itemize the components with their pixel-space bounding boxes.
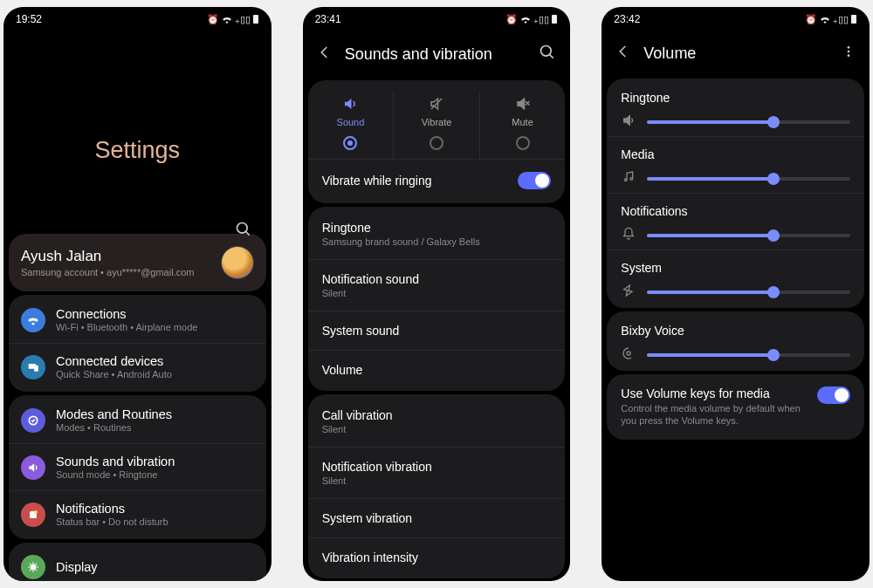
settings-group-2: Modes and Routines Modes • Routines Soun… bbox=[9, 395, 266, 539]
svg-point-21 bbox=[627, 352, 630, 355]
sound-settings-card: Ringtone Samsung brand sound / Galaxy Be… bbox=[308, 207, 566, 391]
sound-mode-row: Sound Vibrate Mute bbox=[308, 82, 566, 159]
bixby-icon bbox=[621, 346, 636, 364]
slider-ringtone[interactable] bbox=[647, 120, 850, 124]
status-time: 23:42 bbox=[614, 13, 640, 25]
radio-icon bbox=[343, 136, 357, 150]
vol-media: Media bbox=[607, 136, 864, 193]
item-sub: Modes • Routines bbox=[56, 422, 172, 433]
item-label: Connections bbox=[56, 307, 197, 321]
row-sub: Silent bbox=[322, 424, 393, 434]
more-button[interactable] bbox=[842, 44, 856, 62]
slider-bixby[interactable] bbox=[647, 353, 850, 357]
search-button[interactable] bbox=[235, 221, 252, 242]
vol-label: Bixby Voice bbox=[621, 324, 850, 338]
routines-icon bbox=[21, 408, 45, 433]
item-sub: Wi-Fi • Bluetooth • Airplane mode bbox=[56, 322, 197, 332]
item-label: Display bbox=[56, 560, 98, 574]
radio-icon bbox=[430, 136, 443, 150]
toggle-on[interactable] bbox=[518, 172, 551, 189]
status-bar: 19:52 ⏰ ₊▯▯ bbox=[3, 7, 272, 28]
row-notification-vibration[interactable]: Notification vibration Silent bbox=[308, 447, 566, 498]
svg-point-17 bbox=[848, 51, 850, 53]
row-system-vibration[interactable]: System vibration bbox=[308, 498, 566, 537]
status-time: 19:52 bbox=[16, 13, 42, 25]
svg-rect-15 bbox=[851, 15, 856, 24]
svg-line-11 bbox=[550, 55, 553, 58]
settings-group-1: Connections Wi-Fi • Bluetooth • Airplane… bbox=[9, 295, 266, 392]
item-display[interactable]: Display bbox=[9, 544, 266, 581]
mode-vibrate[interactable]: Vibrate bbox=[393, 91, 479, 159]
vol-ringtone: Ringtone bbox=[607, 80, 864, 136]
toggle-on[interactable] bbox=[817, 386, 850, 404]
item-sounds-vibration[interactable]: Sounds and vibration Sound mode • Ringto… bbox=[9, 443, 266, 490]
vibrate-icon bbox=[429, 96, 444, 112]
row-vibrate-while-ringing[interactable]: Vibrate while ringing bbox=[308, 159, 566, 202]
row-vibration-intensity[interactable]: Vibration intensity bbox=[308, 537, 566, 577]
mode-label: Mute bbox=[512, 117, 533, 127]
search-button[interactable] bbox=[539, 44, 556, 65]
svg-point-10 bbox=[541, 46, 552, 57]
status-icons: ⏰ ₊▯▯ bbox=[505, 14, 558, 25]
item-connected-devices[interactable]: Connected devices Quick Share • Android … bbox=[9, 343, 266, 390]
item-sub: Quick Share • Android Auto bbox=[56, 369, 172, 379]
svg-point-8 bbox=[31, 564, 36, 570]
settings-group-3: Display bbox=[9, 543, 266, 581]
phone-sounds: 23:41 ⏰ ₊▯▯ Sounds and vibration Sound bbox=[303, 7, 571, 581]
item-notifications[interactable]: Notifications Status bar • Do not distur… bbox=[9, 490, 266, 537]
row-volume-keys-media[interactable]: Use Volume keys for media Control the me… bbox=[607, 376, 864, 438]
vol-label: Media bbox=[621, 147, 850, 161]
row-notification-sound[interactable]: Notification sound Silent bbox=[308, 259, 566, 311]
item-label: Connected devices bbox=[56, 354, 172, 368]
item-label: Notifications bbox=[56, 502, 168, 516]
mode-sound[interactable]: Sound bbox=[308, 91, 394, 159]
svg-point-16 bbox=[848, 46, 850, 49]
row-volume[interactable]: Volume bbox=[308, 350, 566, 389]
sound-mode-card: Sound Vibrate Mute Vibrate while ringing bbox=[308, 80, 566, 203]
speaker-icon bbox=[621, 113, 636, 131]
profile-name: Ayush Jalan bbox=[21, 248, 194, 265]
vol-label: System bbox=[621, 261, 850, 275]
back-button[interactable] bbox=[615, 44, 631, 63]
row-call-vibration[interactable]: Call vibration Silent bbox=[308, 396, 566, 447]
row-label: Ringtone bbox=[322, 221, 480, 235]
item-connections[interactable]: Connections Wi-Fi • Bluetooth • Airplane… bbox=[9, 297, 266, 343]
mode-mute[interactable]: Mute bbox=[479, 91, 566, 159]
item-sub: Status bar • Do not disturb bbox=[56, 516, 168, 527]
profile-card[interactable]: Ayush Jalan Samsung account • ayu*****@g… bbox=[9, 234, 266, 291]
row-label: Call vibration bbox=[322, 408, 393, 422]
system-icon bbox=[621, 284, 636, 301]
page-title: Sounds and vibration bbox=[345, 45, 527, 64]
row-ringtone[interactable]: Ringtone Samsung brand sound / Galaxy Be… bbox=[308, 209, 566, 259]
row-system-sound[interactable]: System sound bbox=[308, 311, 566, 350]
back-button[interactable] bbox=[317, 44, 333, 64]
notifications-icon bbox=[21, 503, 45, 527]
svg-point-20 bbox=[630, 178, 633, 181]
vol-label: Notifications bbox=[621, 204, 850, 218]
status-bar: 23:42 ⏰ ₊▯▯ bbox=[601, 7, 870, 28]
row-label: System vibration bbox=[322, 511, 412, 525]
page-title: Settings bbox=[3, 137, 272, 164]
bell-icon bbox=[621, 227, 636, 244]
item-label: Modes and Routines bbox=[56, 407, 172, 421]
sound-icon bbox=[342, 96, 358, 112]
status-icons: ⏰ ₊▯▯ bbox=[805, 14, 857, 25]
svg-point-18 bbox=[848, 54, 850, 57]
row-label: Use Volume keys for media bbox=[621, 386, 808, 400]
mode-label: Vibrate bbox=[422, 117, 452, 127]
display-icon bbox=[21, 555, 45, 579]
header: Volume bbox=[601, 28, 870, 75]
vol-label: Ringtone bbox=[621, 91, 850, 105]
volume-sliders-card: Ringtone Media Notificat bbox=[607, 79, 864, 308]
svg-rect-9 bbox=[552, 15, 557, 24]
slider-media[interactable] bbox=[647, 177, 850, 181]
vol-bixby: Bixby Voice bbox=[607, 313, 864, 369]
slider-notifications[interactable] bbox=[647, 234, 850, 237]
item-modes-routines[interactable]: Modes and Routines Modes • Routines bbox=[9, 397, 266, 443]
svg-point-1 bbox=[237, 223, 247, 234]
vol-notifications: Notifications bbox=[607, 193, 864, 250]
item-sub: Sound mode • Ringtone bbox=[56, 469, 175, 480]
row-label: Vibrate while ringing bbox=[322, 174, 432, 188]
phone-volume: 23:42 ⏰ ₊▯▯ Volume Ringtone bbox=[601, 7, 870, 581]
slider-system[interactable] bbox=[647, 291, 850, 294]
